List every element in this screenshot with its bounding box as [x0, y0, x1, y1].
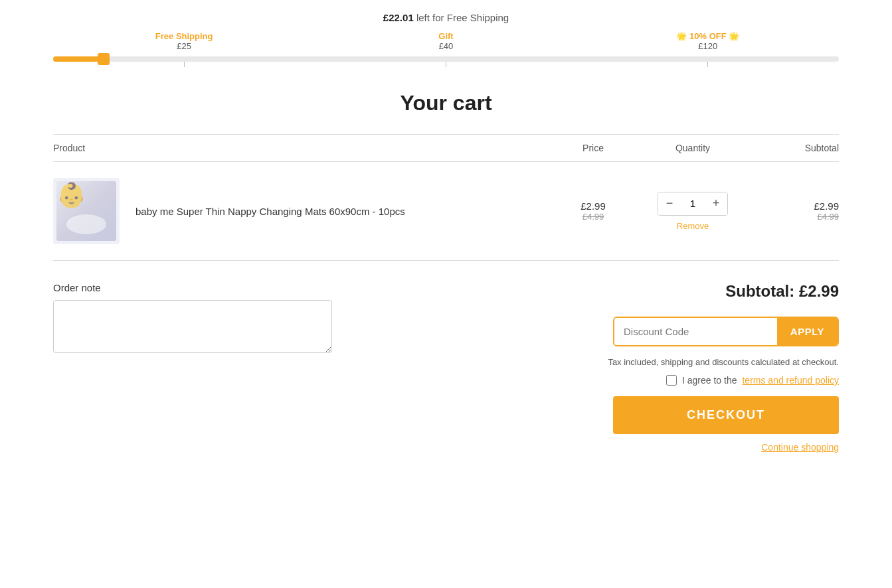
milestone-free-shipping: Free Shipping £25: [53, 31, 315, 51]
item-price: £2.99 £4.99: [547, 200, 640, 222]
amount-left: £22.01: [383, 12, 414, 23]
continue-shopping-link[interactable]: Continue shopping: [761, 442, 839, 453]
shipping-message: left for Free Shipping: [416, 12, 509, 23]
item-subtotal: £2.99 £4.99: [746, 200, 839, 222]
marker-tick-3: [707, 62, 708, 67]
qty-increase-button[interactable]: +: [705, 192, 727, 215]
bottom-section: Order note Subtotal: £2.99 APPLY Tax inc…: [53, 282, 839, 453]
subtotal-value: £2.99: [799, 282, 839, 300]
item-subtotal-current: £2.99: [746, 200, 839, 212]
milestone-discount-amount: £120: [577, 41, 839, 51]
cart-item: 👶 baby me Super Thin Nappy Changing Mats…: [53, 162, 839, 261]
progress-bar-container: [53, 56, 839, 62]
milestone-gift: Gift £40: [315, 31, 577, 51]
qty-control: − +: [658, 192, 728, 216]
qty-input[interactable]: [681, 198, 705, 209]
marker-tick-1: [184, 62, 185, 67]
item-image-placeholder: 👶: [56, 181, 116, 241]
item-info: baby me Super Thin Nappy Changing Mats 6…: [135, 206, 547, 217]
item-subtotal-original: £4.99: [746, 212, 839, 222]
apply-button[interactable]: APPLY: [777, 318, 838, 345]
tax-note: Tax included, shipping and discounts cal…: [608, 357, 839, 367]
terms-link[interactable]: terms and refund policy: [742, 375, 839, 386]
header-quantity: Quantity: [640, 143, 746, 153]
order-note-section: Order note: [53, 282, 433, 453]
milestone-gift-amount: £40: [315, 41, 577, 51]
item-price-original: £4.99: [547, 212, 640, 222]
milestone-gift-label: Gift: [315, 31, 577, 41]
checkout-section: Subtotal: £2.99 APPLY Tax included, ship…: [460, 282, 840, 453]
cart-table: Product Price Quantity Subtotal 👶 baby m…: [53, 134, 839, 261]
cart-title: Your cart: [0, 91, 892, 115]
item-name: baby me Super Thin Nappy Changing Mats 6…: [135, 206, 547, 217]
milestone-discount-label: 🌟 10% OFF 🌟: [577, 31, 839, 41]
free-shipping-bar: £22.01 left for Free Shipping: [0, 0, 892, 27]
milestones-container: Free Shipping £25 Gift £40 🌟 10% OFF 🌟 £…: [0, 27, 892, 51]
header-subtotal: Subtotal: [746, 143, 839, 153]
milestone-markers: [53, 62, 839, 67]
subtotal-label: Subtotal:: [725, 282, 794, 300]
order-note-textarea[interactable]: [53, 300, 332, 353]
terms-checkbox[interactable]: [666, 375, 677, 386]
baby-icon: 👶: [56, 181, 86, 208]
remove-link[interactable]: Remove: [640, 221, 746, 231]
discount-wrapper: APPLY: [613, 317, 839, 346]
terms-text: I agree to the: [682, 375, 737, 386]
marker-tick-2: [446, 62, 446, 67]
checkout-button[interactable]: CHECKOUT: [613, 396, 839, 434]
progress-bar-fill: [53, 56, 108, 62]
cart-header: Product Price Quantity Subtotal: [53, 135, 839, 162]
milestone-discount: 🌟 10% OFF 🌟 £120: [577, 31, 839, 51]
subtotal-line: Subtotal: £2.99: [725, 282, 839, 301]
terms-row: I agree to the terms and refund policy: [666, 375, 839, 386]
item-price-current: £2.99: [547, 200, 640, 212]
item-image: 👶: [53, 178, 120, 244]
qty-decrease-button[interactable]: −: [658, 192, 681, 215]
item-quantity: − + Remove: [640, 192, 746, 231]
discount-code-input[interactable]: [614, 318, 777, 345]
milestone-free-shipping-label: Free Shipping: [53, 31, 315, 41]
header-product: Product: [53, 143, 547, 153]
milestone-free-shipping-amount: £25: [53, 41, 315, 51]
order-note-label: Order note: [53, 282, 433, 293]
header-price: Price: [547, 143, 640, 153]
